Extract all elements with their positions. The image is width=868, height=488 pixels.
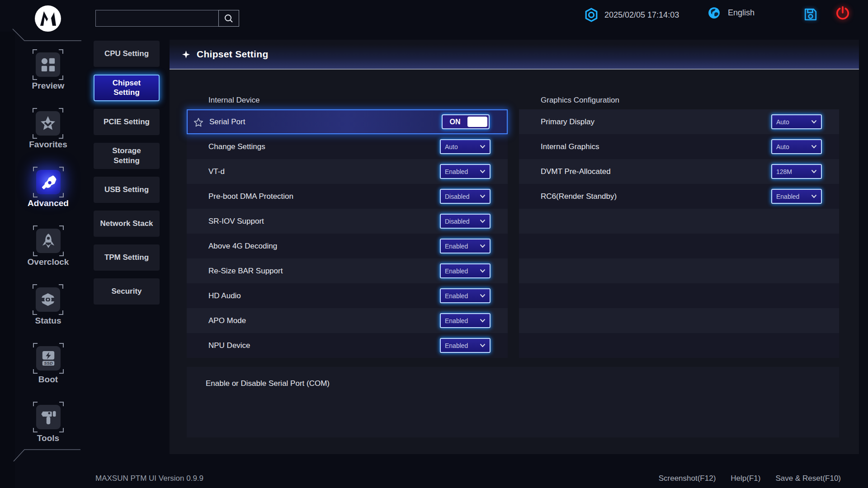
toggle-state-label: ON [443,118,467,126]
search-input[interactable] [95,10,218,27]
chevron-down-icon [480,169,486,174]
dvmt-preallocated-dropdown[interactable]: 128M [771,164,822,179]
setting-label: Re-Size BAR Support [208,267,440,276]
hd-audio-dropdown[interactable]: Enabled [440,288,491,303]
sr-iov-dropdown[interactable]: Disabled [440,214,491,229]
nav-security[interactable]: Security [94,278,160,305]
sidebar-item-preview[interactable]: Preview [32,52,65,91]
rocket-icon [41,233,56,249]
above-4g-dropdown[interactable]: Enabled [440,239,491,253]
panel-header: Chipset Setting [170,40,859,70]
nav-pcie-setting[interactable]: PCIE Setting [94,109,160,135]
sidebar-item-favorites[interactable]: Favorites [29,111,67,150]
ssd-icon: SSD [41,350,56,366]
sidebar-item-tools[interactable]: Tools [36,405,61,443]
hammer-icon [41,409,56,425]
favorite-star-icon[interactable] [193,117,203,127]
save-icon[interactable] [803,7,818,22]
setting-label: VT-d [208,167,440,176]
nav-tpm-setting[interactable]: TPM Setting [94,244,160,271]
chevron-down-icon [480,269,486,273]
setting-row-preboot-dma[interactable]: Pre-boot DMA Protection Disabled [187,184,508,209]
search-bar [95,10,239,27]
nav-chipset-setting[interactable]: Chipset Setting [94,75,160,101]
language-selector[interactable]: English [708,7,755,19]
save-reset-hotkey[interactable]: Save & Reset(F10) [775,474,841,483]
help-description-box: Enable or Disable Serial Port (COM) [187,367,839,437]
nav-cpu-setting[interactable]: CPU Setting [94,41,160,67]
help-hotkey[interactable]: Help(F1) [731,474,760,483]
footer-actions: Screenshot(F12) Help(F1) Save & Reset(F1… [659,474,841,483]
sidebar-label: Advanced [28,198,69,208]
version-text: MAXSUN PTM UI Version 0.9.9 [95,474,203,483]
sidebar-label: Status [35,316,61,326]
clock-group: 2025/02/05 17:14:03 [585,7,679,23]
power-icon[interactable] [835,6,850,21]
setting-row-serial-port[interactable]: Serial Port ON [187,109,508,134]
section-title-internal-device: Internal Device [187,90,508,109]
chevron-down-icon [480,145,486,149]
primary-display-dropdown[interactable]: Auto [771,114,822,129]
setting-row-change-settings[interactable]: Change Settings Auto [187,134,508,159]
setting-label: Primary Display [541,117,771,127]
wrench-icon [40,174,57,191]
sidebar-item-advanced[interactable]: Advanced [28,170,69,208]
sidebar-label: Boot [38,375,58,385]
nav-storage-setting[interactable]: Storage Setting [94,143,160,169]
search-icon [224,14,234,23]
nav-usb-setting[interactable]: USB Setting [94,177,160,203]
chevron-down-icon [480,294,486,298]
toggle-knob [467,117,487,127]
rc6-dropdown[interactable]: Enabled [771,189,822,204]
chevron-down-icon [811,120,817,124]
screenshot-hotkey[interactable]: Screenshot(F12) [659,474,716,483]
setting-row-resize-bar[interactable]: Re-Size BAR Support Enabled [187,258,508,283]
setting-row-above-4g[interactable]: Above 4G Decoding Enabled [187,234,508,258]
datetime-text: 2025/02/05 17:14:03 [604,10,679,20]
nav-network-stack[interactable]: Network Stack [94,211,160,237]
language-label[interactable]: English [728,8,755,18]
sidebar-item-boot[interactable]: SSD Boot [36,346,61,385]
sidebar-item-overclock[interactable]: Overclock [28,229,69,267]
setting-label: Change Settings [208,142,440,151]
empty-row [519,234,839,258]
setting-row-dvmt-preallocated[interactable]: DVMT Pre-Allocated 128M [519,159,839,184]
page-title: Chipset Setting [197,49,269,60]
setting-row-vt-d[interactable]: VT-d Enabled [187,159,508,184]
chevron-down-icon [811,194,817,198]
clock-icon [585,7,598,23]
chevron-down-icon [811,145,817,149]
empty-row [519,258,839,283]
sidebar-label: Preview [32,81,65,91]
sidebar-item-status[interactable]: Status [35,287,61,326]
setting-row-npu-device[interactable]: NPU Device Enabled [187,333,508,358]
setting-row-hd-audio[interactable]: HD Audio Enabled [187,283,508,308]
change-settings-dropdown[interactable]: Auto [440,139,491,154]
setting-row-rc6[interactable]: RC6(Render Standby) Enabled [519,184,839,209]
setting-label: Above 4G Decoding [208,242,440,251]
top-bar: 2025/02/05 17:14:03 English [0,0,868,32]
star-icon [40,116,56,131]
empty-row [519,283,839,308]
setting-label: APO Mode [208,316,440,325]
search-button[interactable] [218,10,239,27]
chevron-down-icon [480,319,486,323]
svg-text:SSD: SSD [44,361,53,366]
preboot-dma-dropdown[interactable]: Disabled [440,189,491,204]
setting-row-primary-display[interactable]: Primary Display Auto [519,109,839,134]
setting-label: HD Audio [208,291,440,300]
apo-mode-dropdown[interactable]: Enabled [440,313,491,328]
setting-label: NPU Device [208,341,440,350]
internal-graphics-dropdown[interactable]: Auto [771,139,822,154]
setting-row-sr-iov[interactable]: SR-IOV Support Disabled [187,209,508,234]
setting-row-internal-graphics[interactable]: Internal Graphics Auto [519,134,839,159]
sidebar: Preview Favorites Advanced [15,32,81,454]
npu-device-dropdown[interactable]: Enabled [440,338,491,353]
setting-row-apo-mode[interactable]: APO Mode Enabled [187,308,508,333]
chevron-down-icon [811,169,817,174]
resize-bar-dropdown[interactable]: Enabled [440,263,491,278]
maxsun-logo-icon [34,5,61,32]
vt-d-dropdown[interactable]: Enabled [440,164,491,179]
serial-port-toggle[interactable]: ON [442,114,490,129]
settings-nav: CPU Setting Chipset Setting PCIE Setting… [94,41,160,305]
